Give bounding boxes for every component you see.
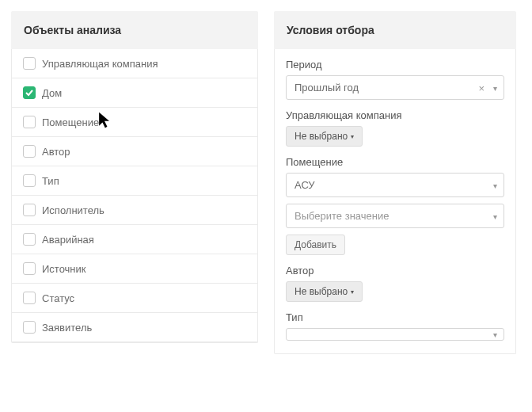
field-type: Тип ▾ xyxy=(286,311,504,341)
object-row-house[interactable]: Дом xyxy=(12,78,257,108)
room-value-select[interactable]: Выберите значение ▾ xyxy=(286,204,504,228)
object-row-room[interactable]: Помещение xyxy=(12,108,257,137)
object-label: Источник xyxy=(42,263,86,275)
field-author: Автор Не выбрано ▾ xyxy=(286,265,504,302)
object-row-emergency[interactable]: Аварийная xyxy=(12,225,257,254)
object-label: Исполнитель xyxy=(42,204,104,216)
object-row-author[interactable]: Автор xyxy=(12,137,257,166)
field-label: Автор xyxy=(286,265,504,277)
select-placeholder: Выберите значение xyxy=(294,210,389,222)
clear-icon[interactable]: × xyxy=(478,82,484,93)
checkbox-icon[interactable] xyxy=(23,233,36,246)
select-value: Не выбрано xyxy=(294,286,348,297)
select-value: Не выбрано xyxy=(294,131,348,142)
company-dropdown[interactable]: Не выбрано ▾ xyxy=(286,126,363,147)
field-label: Тип xyxy=(286,311,504,323)
room-type-select[interactable]: АСУ ▾ xyxy=(286,173,504,197)
period-select[interactable]: Прошлый год × ▾ xyxy=(286,75,504,100)
button-label: Добавить xyxy=(294,239,336,250)
filter-conditions-body: Период Прошлый год × ▾ Управляющая компа… xyxy=(274,49,516,354)
checkbox-icon[interactable] xyxy=(23,262,36,275)
checkbox-icon[interactable] xyxy=(23,116,36,128)
field-company: Управляющая компания Не выбрано ▾ xyxy=(286,109,504,147)
object-label: Управляющая компания xyxy=(42,58,158,70)
object-row-applicant[interactable]: Заявитель xyxy=(12,313,257,342)
chevron-down-icon: ▾ xyxy=(493,181,497,189)
field-label: Помещение xyxy=(286,156,504,168)
author-dropdown[interactable]: Не выбрано ▾ xyxy=(286,281,363,302)
add-button[interactable]: Добавить xyxy=(286,235,345,255)
object-row-company[interactable]: Управляющая компания xyxy=(12,49,257,78)
checkbox-icon[interactable] xyxy=(23,86,36,99)
filter-conditions-title: Условия отбора xyxy=(274,11,516,49)
analysis-objects-title: Объекты анализа xyxy=(11,11,258,49)
chevron-down-icon: ▾ xyxy=(493,83,497,92)
object-label: Дом xyxy=(42,87,62,99)
object-label: Автор xyxy=(42,146,70,158)
field-label: Период xyxy=(286,59,504,71)
object-label: Тип xyxy=(42,175,59,187)
analysis-objects-panel: Объекты анализа Управляющая компания Дом… xyxy=(11,11,258,354)
checkbox-icon[interactable] xyxy=(23,174,36,187)
object-label: Помещение xyxy=(42,116,99,128)
checkbox-icon[interactable] xyxy=(23,204,36,216)
object-label: Статус xyxy=(42,292,74,304)
checkbox-icon[interactable] xyxy=(23,57,36,70)
object-row-source[interactable]: Источник xyxy=(12,254,257,284)
object-row-type[interactable]: Тип xyxy=(12,166,257,196)
checkbox-icon[interactable] xyxy=(23,321,36,334)
select-value: Прошлый год xyxy=(294,82,359,93)
chevron-down-icon: ▾ xyxy=(351,133,354,140)
filter-conditions-panel: Условия отбора Период Прошлый год × ▾ Уп… xyxy=(274,11,516,354)
field-room: Помещение АСУ ▾ Выберите значение ▾ Доба… xyxy=(286,156,504,255)
object-label: Аварийная xyxy=(42,234,94,246)
select-value: АСУ xyxy=(294,179,315,191)
chevron-down-icon: ▾ xyxy=(351,288,354,296)
checkbox-icon[interactable] xyxy=(23,292,36,304)
object-row-performer[interactable]: Исполнитель xyxy=(12,196,257,225)
object-row-status[interactable]: Статус xyxy=(12,284,257,313)
type-select[interactable]: ▾ xyxy=(286,328,504,341)
object-label: Заявитель xyxy=(42,322,92,334)
chevron-down-icon: ▾ xyxy=(493,330,497,339)
checkbox-icon[interactable] xyxy=(23,145,36,158)
field-label: Управляющая компания xyxy=(286,109,504,121)
analysis-objects-list: Управляющая компания Дом Помещение Автор… xyxy=(11,49,258,343)
chevron-down-icon: ▾ xyxy=(493,212,497,220)
field-period: Период Прошлый год × ▾ xyxy=(286,59,504,100)
